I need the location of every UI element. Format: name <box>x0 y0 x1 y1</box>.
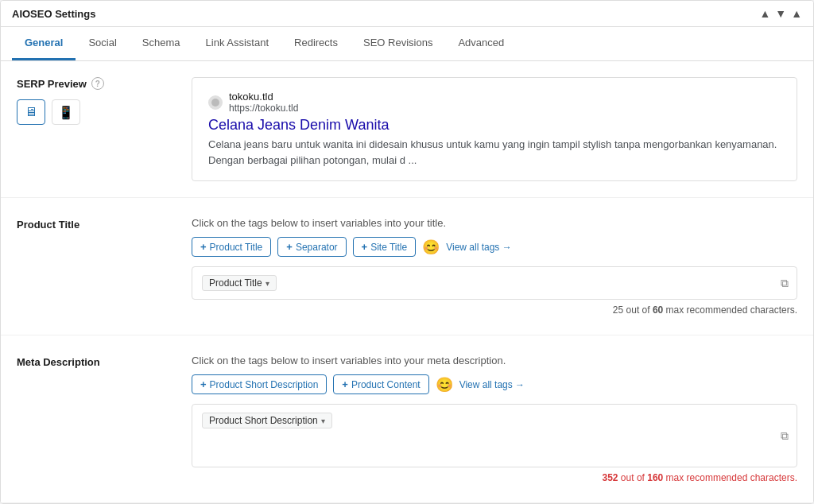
meta-description-label: Meta Description <box>17 355 176 368</box>
char-count-max: 60 <box>653 304 663 316</box>
tab-redirects[interactable]: Redirects <box>281 27 351 60</box>
view-all-tags-link-title[interactable]: View all tags → <box>446 242 511 253</box>
product-title-chip[interactable]: Product Title ▾ <box>202 275 277 291</box>
serp-url: https://tokoku.tld <box>229 103 298 114</box>
tab-social[interactable]: Social <box>76 27 129 60</box>
char-count-suffix: max recommended characters. <box>663 304 797 316</box>
expand-icon[interactable]: ▲ <box>791 7 802 20</box>
tag-label-site-title: Site Title <box>370 242 407 253</box>
product-title-hint: Click on the tags below to insert variab… <box>192 217 797 229</box>
tag-btn-site-title[interactable]: + Site Title <box>353 237 417 257</box>
tag-label-short-desc: Product Short Description <box>210 379 319 390</box>
tag-btn-separator[interactable]: + Separator <box>277 237 346 257</box>
char-count-over-max: 160 <box>647 472 663 483</box>
serp-title-link[interactable]: Celana Jeans Denim Wanita <box>208 117 781 134</box>
serp-description: Celana jeans baru untuk wanita ini dides… <box>208 137 781 168</box>
tag-label-product-title: Product Title <box>210 242 263 253</box>
panel-titlebar: AIOSEO Settings ▲ ▼ ▲ <box>1 1 813 27</box>
panel-title: AIOSEO Settings <box>12 8 95 20</box>
product-title-content: Click on the tags below to insert variab… <box>192 217 797 316</box>
chevron-down-icon: ▾ <box>321 417 325 425</box>
plus-icon: + <box>362 241 368 253</box>
help-icon[interactable]: ? <box>91 77 104 90</box>
meta-description-section: Meta Description Click on the tags below… <box>1 335 813 503</box>
copy-icon[interactable]: ⧉ <box>781 429 789 443</box>
product-title-input[interactable]: Product Title ▾ ⧉ <box>192 266 797 300</box>
meta-description-hint: Click on the tags below to insert variab… <box>192 355 797 366</box>
chip-label-meta: Product Short Description <box>209 415 318 426</box>
emoji-btn-title[interactable]: 😊 <box>422 240 440 254</box>
product-title-tags-row: + Product Title + Separator + Site Title… <box>192 237 797 257</box>
meta-description-tags-row: + Product Short Description + Product Co… <box>192 374 797 394</box>
collapse-up-icon[interactable]: ▲ <box>759 7 770 20</box>
tab-general[interactable]: General <box>12 27 76 60</box>
panel-body: SERP Preview ? 🖥 📱 <box>1 61 813 503</box>
plus-icon: + <box>286 241 293 253</box>
tag-btn-product-title[interactable]: + Product Title <box>192 237 271 257</box>
plus-icon: + <box>200 241 207 253</box>
copy-icon[interactable]: ⧉ <box>781 277 789 290</box>
titlebar-controls: ▲ ▼ ▲ <box>759 7 802 20</box>
serp-site-name: tokoku.tld <box>229 91 298 103</box>
plus-icon: + <box>200 378 207 390</box>
product-title-label: Product Title <box>17 217 176 231</box>
meta-description-chip[interactable]: Product Short Description ▾ <box>202 413 332 428</box>
emoji-btn-meta[interactable]: 😊 <box>436 378 453 392</box>
tag-label-product-content: Product Content <box>351 379 421 390</box>
view-all-tags-link-meta[interactable]: View all tags → <box>459 379 525 390</box>
desktop-icon: 🖥 <box>25 105 37 119</box>
collapse-down-icon[interactable]: ▼ <box>775 7 786 20</box>
serp-label-col: SERP Preview ? 🖥 📱 <box>17 77 176 125</box>
serp-preview-box: tokoku.tld https://tokoku.tld Celana Jea… <box>192 77 797 181</box>
meta-description-content: Click on the tags below to insert variab… <box>192 355 797 483</box>
product-title-char-count: 25 out of 60 max recommended characters. <box>192 304 797 316</box>
desktop-device-btn[interactable]: 🖥 <box>17 99 45 125</box>
serp-label: SERP Preview ? <box>17 77 176 90</box>
chip-label-title: Product Title <box>209 277 262 289</box>
tab-schema[interactable]: Schema <box>130 27 193 60</box>
char-count-over-end: max recommended characters. <box>663 472 797 483</box>
char-count-over-value: 352 <box>603 472 618 483</box>
char-count-value: 25 out of <box>613 304 653 316</box>
serp-site-info: tokoku.tld https://tokoku.tld <box>208 91 781 114</box>
tag-btn-product-content[interactable]: + Product Content <box>333 374 428 394</box>
serp-preview-text: SERP Preview <box>17 78 87 90</box>
plus-icon: + <box>342 378 348 390</box>
tag-label-separator: Separator <box>296 242 338 253</box>
tab-link-assistant[interactable]: Link Assistant <box>193 27 282 60</box>
char-count-over-of: out of <box>618 472 648 483</box>
aioseo-panel: AIOSEO Settings ▲ ▼ ▲ General Social Sch… <box>0 0 814 504</box>
mobile-device-btn[interactable]: 📱 <box>52 99 80 125</box>
mobile-icon: 📱 <box>58 105 74 120</box>
chevron-down-icon: ▾ <box>266 279 269 288</box>
product-title-section: Product Title Click on the tags below to… <box>1 198 813 335</box>
meta-description-char-count: 352 out of 160 max recommended character… <box>192 472 797 483</box>
tab-seo-revisions[interactable]: SEO Revisions <box>351 27 445 60</box>
tabs-bar: General Social Schema Link Assistant Red… <box>1 27 813 61</box>
tag-btn-short-desc[interactable]: + Product Short Description <box>192 374 327 394</box>
serp-preview-section: SERP Preview ? 🖥 📱 <box>1 61 813 198</box>
tab-advanced[interactable]: Advanced <box>445 27 517 60</box>
svg-point-0 <box>211 99 219 107</box>
device-icons: 🖥 📱 <box>17 99 176 125</box>
meta-description-input[interactable]: Product Short Description ▾ ⧉ <box>192 404 797 467</box>
serp-favicon <box>208 95 223 110</box>
